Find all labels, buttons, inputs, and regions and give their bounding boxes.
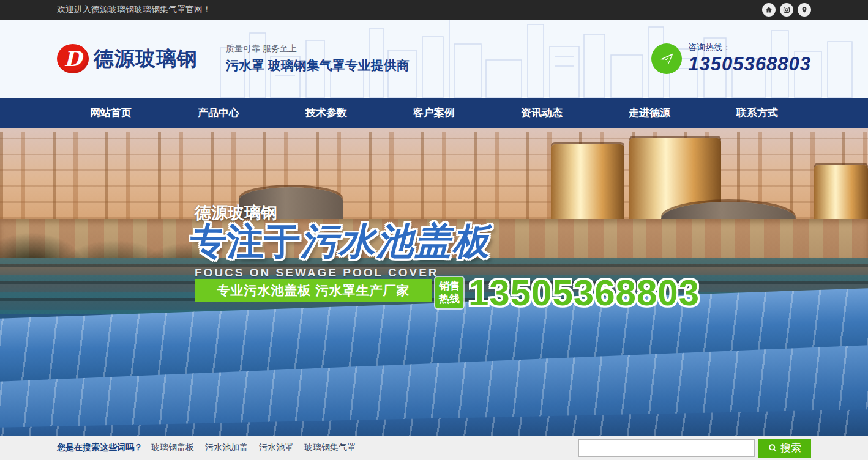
nav-item-home[interactable]: 网站首页 — [57, 98, 165, 128]
search-strip: 您是在搜索这些词吗？ 玻璃钢盖板 污水池加盖 污水池罩 玻璃钢集气罩 搜索 — [0, 436, 868, 460]
nav-item-about[interactable]: 走进德源 — [596, 98, 703, 128]
hotline-number: 13505368803 — [688, 53, 811, 75]
home-icon[interactable] — [762, 3, 776, 17]
search-input[interactable] — [578, 439, 755, 457]
banner-hotline-label: 销售 热线 — [435, 277, 463, 308]
banner-hotline: 销售 热线 13505368803 — [435, 272, 700, 314]
banner-hotline-number: 13505368803 — [468, 272, 700, 314]
banner-tank — [814, 165, 868, 224]
banner-subtitle-en: FOUCS ON SEWAGE POOL COVER — [195, 266, 439, 280]
search-prompt: 您是在搜索这些词吗？ — [57, 442, 143, 453]
site-header: D 德源玻璃钢 质量可靠 服务至上 污水罩 玻璃钢集气罩专业提供商 咨询热线： … — [0, 20, 868, 98]
nav-item-specs[interactable]: 技术参数 — [272, 98, 380, 128]
hero-banner: 德源玻璃钢 专注于污水池盖板 FOUCS ON SEWAGE POOL COVE… — [0, 128, 868, 436]
banner-headline-main: 污水池盖板 — [301, 221, 490, 262]
magnifier-icon — [768, 443, 777, 453]
banner-headline-prefix: 专注于 — [190, 221, 301, 262]
topbar: 欢迎进入德源玻璃钢玻璃钢集气罩官网！ — [0, 0, 868, 20]
welcome-text: 欢迎进入德源玻璃钢玻璃钢集气罩官网！ — [57, 4, 211, 15]
logo-text: 德源玻璃钢 — [94, 45, 198, 73]
hotline-label: 咨询热线： — [688, 42, 811, 53]
keyword-link[interactable]: 玻璃钢集气罩 — [304, 442, 356, 453]
search-box: 搜索 — [578, 439, 811, 458]
slogan-small: 质量可靠 服务至上 — [226, 43, 410, 54]
location-icon[interactable] — [798, 3, 811, 17]
header-hotline: 咨询热线： 13505368803 — [651, 42, 811, 75]
main-nav: 网站首页 产品中心 技术参数 客户案例 资讯动态 走进德源 联系方式 — [0, 98, 868, 128]
banner-hotline-label-line2: 热线 — [439, 293, 460, 305]
banner-cta-button[interactable]: 专业污水池盖板 污水罩生产厂家 — [195, 279, 432, 302]
social-icons — [762, 3, 811, 17]
banner-headline: 专注于污水池盖板 — [190, 217, 490, 267]
nav-item-products[interactable]: 产品中心 — [165, 98, 272, 128]
banner-content: 德源玻璃钢 专注于污水池盖板 FOUCS ON SEWAGE POOL COVE… — [57, 128, 811, 436]
header-slogan: 质量可靠 服务至上 污水罩 玻璃钢集气罩专业提供商 — [226, 43, 410, 74]
slogan-big: 污水罩 玻璃钢集气罩专业提供商 — [226, 57, 410, 74]
keyword-link[interactable]: 污水池加盖 — [205, 442, 248, 453]
search-button-label: 搜索 — [780, 441, 801, 455]
nav-item-cases[interactable]: 客户案例 — [380, 98, 488, 128]
search-button[interactable]: 搜索 — [758, 439, 811, 458]
paper-plane-icon — [651, 43, 682, 74]
banner-hotline-label-line1: 销售 — [439, 280, 460, 292]
keyword-link[interactable]: 污水池罩 — [259, 442, 293, 453]
instagram-icon[interactable] — [780, 3, 793, 17]
logo[interactable]: D 德源玻璃钢 — [57, 44, 198, 73]
keyword-link[interactable]: 玻璃钢盖板 — [151, 442, 194, 453]
logo-mark-icon: D — [57, 44, 89, 73]
nav-item-news[interactable]: 资讯动态 — [488, 98, 596, 128]
nav-item-contact[interactable]: 联系方式 — [703, 98, 811, 128]
